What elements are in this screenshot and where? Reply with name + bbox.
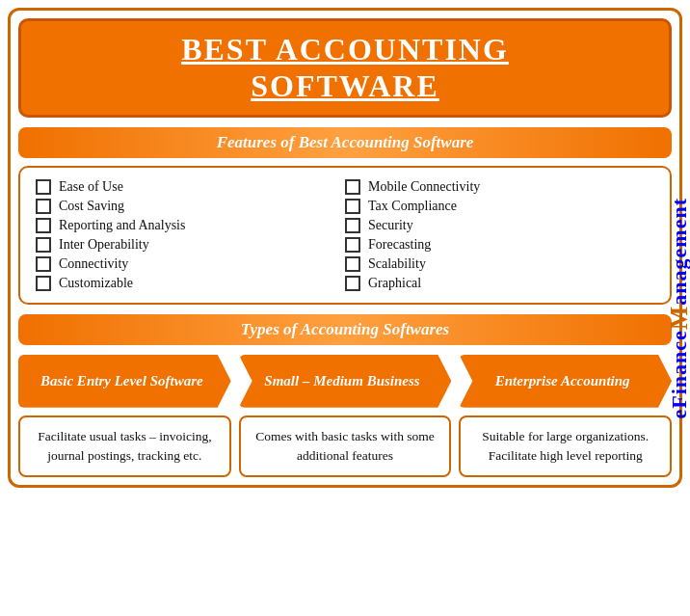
checkbox-icon — [345, 218, 360, 233]
type-label-enterprise: Enterprise Accounting — [459, 355, 672, 408]
side-finance: Finance — [667, 330, 690, 409]
checkbox-icon — [36, 199, 51, 214]
list-item: Customizable — [36, 274, 345, 293]
side-management: anagement — [667, 198, 690, 306]
list-item: Inter Operability — [36, 235, 345, 254]
checkbox-icon — [36, 218, 51, 233]
checkbox-icon — [36, 276, 51, 291]
checkbox-icon — [345, 256, 360, 272]
checkbox-icon — [345, 237, 360, 253]
list-item: Tax Compliance — [345, 197, 654, 216]
list-item: Ease of Use — [36, 177, 345, 197]
title-box: BEST ACCOUNTING SOFTWARE — [18, 18, 672, 118]
features-header: Features of Best Accounting Software — [18, 127, 672, 158]
feature-label: Mobile Connectivity — [368, 179, 480, 195]
checkbox-icon — [345, 276, 360, 291]
list-item: Forecasting — [345, 235, 654, 254]
checkbox-icon — [36, 237, 51, 253]
main-title: BEST ACCOUNTING SOFTWARE — [40, 31, 650, 105]
side-M: M — [665, 305, 690, 330]
types-header-text: Types of Accounting Softwares — [241, 320, 449, 338]
feature-label: Connectivity — [59, 256, 128, 272]
list-item: Reporting and Analysis — [36, 216, 345, 235]
features-grid: Ease of Use Cost Saving Reporting and An… — [36, 177, 654, 293]
feature-col1: Ease of Use Cost Saving Reporting and An… — [36, 177, 345, 293]
types-labels-row: Basic Entry Level Software Small – Mediu… — [18, 355, 672, 408]
type-desc-smb: Comes with basic tasks with some additio… — [239, 415, 452, 478]
types-desc-row: Facilitate usual tasks – invoicing, jour… — [18, 415, 672, 478]
feature-col2: Mobile Connectivity Tax Compliance Secur… — [345, 177, 654, 293]
type-label-smb: Small – Medium Business — [239, 355, 452, 408]
main-container: BEST ACCOUNTING SOFTWARE Features of Bes… — [8, 8, 682, 488]
feature-label: Graphical — [368, 276, 421, 291]
feature-label: Tax Compliance — [368, 199, 457, 214]
type-desc-basic: Facilitate usual tasks – invoicing, jour… — [18, 415, 231, 478]
checkbox-icon — [36, 179, 51, 195]
list-item: Scalability — [345, 254, 654, 274]
list-item: Connectivity — [36, 254, 345, 274]
features-header-text: Features of Best Accounting Software — [217, 133, 474, 151]
feature-label: Reporting and Analysis — [59, 218, 185, 233]
list-item: Cost Saving — [36, 197, 345, 216]
types-header: Types of Accounting Softwares — [18, 314, 672, 345]
type-label-basic: Basic Entry Level Software — [18, 355, 231, 408]
list-item: Mobile Connectivity — [345, 177, 654, 197]
feature-label: Cost Saving — [59, 199, 124, 214]
checkbox-icon — [36, 256, 51, 272]
list-item: Graphical — [345, 274, 654, 293]
feature-label: Forecasting — [368, 237, 431, 253]
feature-label: Inter Operability — [59, 237, 149, 253]
type-desc-enterprise: Suitable for large organizations. Facili… — [459, 415, 672, 478]
checkbox-icon — [345, 199, 360, 214]
side-e: e — [667, 409, 690, 419]
feature-label: Customizable — [59, 276, 133, 291]
side-text-inner: eFinanceManagement — [667, 198, 690, 419]
side-text: eFinanceManagement — [669, 0, 690, 616]
feature-label: Scalability — [368, 256, 426, 272]
features-box: Ease of Use Cost Saving Reporting and An… — [18, 166, 672, 305]
checkbox-icon — [345, 179, 360, 195]
feature-label: Security — [368, 218, 413, 233]
list-item: Security — [345, 216, 654, 235]
feature-label: Ease of Use — [59, 179, 123, 195]
